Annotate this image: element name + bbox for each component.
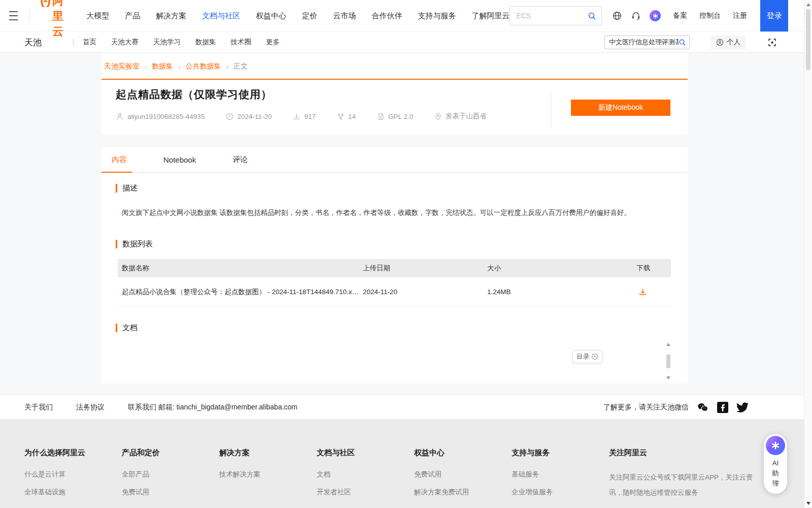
- footer-about-link[interactable]: 关于我们: [24, 403, 53, 412]
- topnav-item-solutions[interactable]: 解决方案: [156, 11, 186, 21]
- scroll-down-arrow-icon[interactable]: [806, 502, 810, 505]
- footer-follow-description: 关注阿里云公众号或下载阿里云APP，关注云资讯，随时随地运维管控云服务: [609, 470, 757, 500]
- page-scrollbar[interactable]: [804, 0, 812, 508]
- top-search-box: [510, 6, 602, 25]
- breadcrumb-public-datasets[interactable]: 公共数据集: [186, 62, 221, 71]
- dataset-license: GPL 2.0: [377, 113, 413, 120]
- scroll-up-arrow-icon[interactable]: [806, 3, 810, 6]
- dataset-license-name: GPL 2.0: [388, 113, 413, 120]
- beian-link[interactable]: 备案: [673, 11, 687, 20]
- footer-link[interactable]: 免费试用: [414, 470, 512, 479]
- topnav-item-llm[interactable]: 大模型: [86, 11, 109, 21]
- footer-link[interactable]: 全球基础设施: [24, 488, 122, 497]
- topnav-item-marketplace[interactable]: 云市场: [333, 11, 356, 21]
- footer-column-why: 为什么选择阿里云 什么是云计算 全球基础设施: [24, 448, 122, 508]
- topnav-item-products[interactable]: 产品: [125, 11, 140, 21]
- breadcrumb: 天池实验室 数据集 公共数据集 正文: [104, 62, 248, 71]
- topnav-item-docs-community[interactable]: 文档与社区: [202, 11, 240, 21]
- subnav-item-more[interactable]: 更多: [266, 38, 280, 47]
- facebook-icon[interactable]: [717, 402, 728, 413]
- divider: [29, 9, 29, 22]
- datalist-heading-text: 数据列表: [122, 239, 153, 249]
- location-pin-icon: [434, 113, 442, 120]
- footer-legal-link[interactable]: 法务协议: [76, 403, 105, 412]
- login-button[interactable]: 登录: [760, 0, 788, 31]
- search-icon[interactable]: [588, 12, 596, 20]
- subnav-item-datasets[interactable]: 数据集: [195, 38, 216, 47]
- footer-column-solutions: 解决方案 技术解决方案: [219, 448, 317, 508]
- tianchi-brand[interactable]: 天池: [24, 37, 42, 48]
- footer-link[interactable]: 基础服务: [512, 470, 609, 479]
- heading-accent-bar: [116, 324, 117, 332]
- tab-comments[interactable]: 评论: [232, 147, 248, 172]
- topnav-item-about[interactable]: 了解阿里云: [471, 11, 510, 21]
- dataset-author-name: aliyun1910068285-44935: [127, 113, 205, 120]
- fullscreen-icon[interactable]: [768, 38, 776, 47]
- footer-link[interactable]: 技术解决方案: [219, 470, 317, 479]
- breadcrumb-datasets[interactable]: 数据集: [152, 62, 173, 71]
- topnav-links: 大模型 产品 解决方案 文档与社区 权益中心 定价 云市场 合作伙伴 支持与服务…: [86, 11, 510, 21]
- scroll-down-arrow-icon[interactable]: [666, 376, 670, 379]
- tab-notebook[interactable]: Notebook: [163, 147, 196, 172]
- topnav-item-support[interactable]: 支持与服务: [418, 11, 456, 21]
- ai-assistant-widget[interactable]: AI助理: [764, 434, 787, 494]
- column-header-size: 大小: [487, 264, 634, 273]
- dataset-location: 发表于山西省: [434, 112, 487, 121]
- footer-link[interactable]: 免费试用: [122, 488, 219, 497]
- globe-icon[interactable]: [612, 11, 622, 21]
- description-section-heading: 描述: [116, 183, 138, 193]
- heading-accent-bar: [116, 184, 117, 193]
- footer-column-follow: 关注阿里云 关注阿里云公众号或下载阿里云APP，关注云资讯，随时随地运维管控云服…: [609, 448, 761, 508]
- footer-link[interactable]: 解决方案免费试用: [414, 488, 512, 497]
- register-link[interactable]: 注册: [733, 11, 747, 20]
- personal-menu[interactable]: 个人: [711, 36, 746, 49]
- subnav-item-competitions[interactable]: 天池大赛: [111, 38, 139, 47]
- footer-link[interactable]: 文档: [317, 470, 414, 479]
- footer-link[interactable]: 企业增值服务: [512, 488, 609, 497]
- footer-column-title: 为什么选择阿里云: [24, 448, 122, 458]
- toc-label: 目录: [577, 353, 589, 361]
- scroll-up-arrow-icon[interactable]: [666, 343, 670, 346]
- footer-link-bar: 关于我们 法务协议 联系我们 邮箱: tianchi_bigdata@membe…: [0, 395, 812, 419]
- scrollbar-thumb[interactable]: [806, 9, 810, 70]
- new-notebook-button[interactable]: 新建Notebook: [571, 100, 670, 116]
- breadcrumb-separator: [226, 63, 228, 71]
- search-icon[interactable]: [679, 39, 686, 46]
- logo-text: 阿里云: [52, 0, 69, 39]
- twitter-icon[interactable]: [736, 401, 749, 414]
- topnav-item-pricing[interactable]: 定价: [302, 11, 317, 21]
- breadcrumb-lab[interactable]: 天池实验室: [104, 62, 140, 71]
- subnav-item-home[interactable]: 首页: [83, 38, 96, 47]
- dataset-updated-date: 2024-11-20: [237, 113, 272, 120]
- tianchi-search-box: [604, 36, 690, 49]
- footer-link[interactable]: 全部产品: [122, 470, 219, 479]
- breadcrumb-separator: [145, 63, 147, 71]
- tianchi-search-input[interactable]: [609, 39, 679, 46]
- scrollbar-thumb[interactable]: [666, 354, 670, 368]
- download-file-icon[interactable]: [638, 288, 647, 296]
- alibaba-cloud-logo[interactable]: (-) 阿里云: [40, 0, 69, 39]
- dataset-forks-count: 14: [348, 113, 356, 120]
- console-link[interactable]: 控制台: [699, 11, 721, 20]
- person-icon: [716, 39, 724, 46]
- chevron-up-circle-icon: [591, 353, 598, 360]
- dataset-meta-row: aliyun1910068285-44935 2024-11-20 917 14: [116, 112, 487, 121]
- subnav-item-learning[interactable]: 天池学习: [153, 38, 181, 47]
- footer-column-title: 产品和定价: [122, 448, 219, 458]
- section-gap: [101, 135, 688, 147]
- top-navbar: (-) 阿里云 大模型 产品 解决方案 文档与社区 权益中心 定价 云市场 合作…: [0, 0, 812, 31]
- hamburger-menu-icon[interactable]: [9, 11, 18, 20]
- document-scrollbar[interactable]: [666, 343, 671, 379]
- tab-content[interactable]: 内容: [112, 147, 127, 172]
- footer-link[interactable]: 什么是云计算: [24, 470, 122, 479]
- tianchi-navbar: 天池 首页 天池大赛 天池学习 数据集 技术圈 更多 个人: [0, 31, 812, 53]
- top-search-input[interactable]: [516, 12, 588, 20]
- topnav-item-benefits[interactable]: 权益中心: [256, 11, 286, 21]
- headset-support-icon[interactable]: [631, 11, 641, 21]
- topnav-item-partners[interactable]: 合作伙伴: [371, 11, 402, 21]
- wechat-icon[interactable]: [697, 401, 709, 414]
- subnav-item-tech-circle[interactable]: 技术圈: [231, 38, 252, 47]
- footer-link[interactable]: 开发者社区: [317, 488, 414, 497]
- ai-assistant-icon[interactable]: [650, 10, 661, 21]
- toc-button[interactable]: 目录: [572, 350, 602, 363]
